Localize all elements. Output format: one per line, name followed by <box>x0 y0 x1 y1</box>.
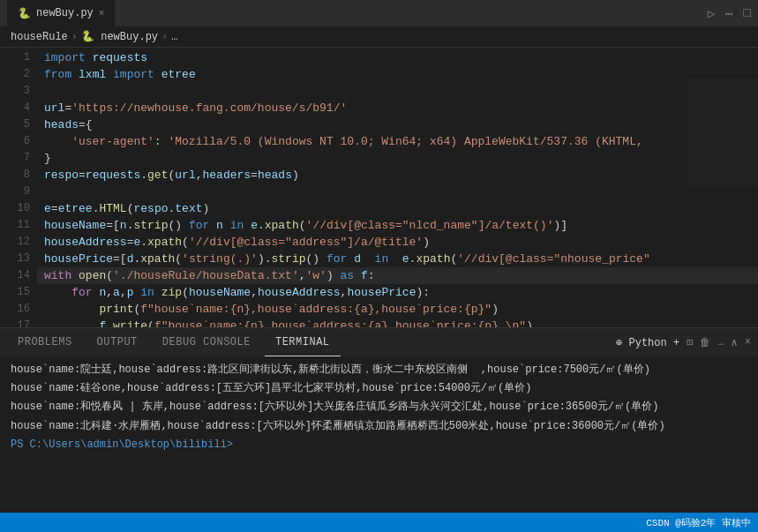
debug-console-tab[interactable]: DEBUG CONSOLE <box>152 328 261 356</box>
code-line: e=etree.HTML(respo.text) <box>37 200 758 217</box>
tab-close-button[interactable]: × <box>99 8 105 19</box>
code-line: respo=requests.get(url,headers=heads) <box>37 167 758 184</box>
maximize-panel-icon[interactable]: ∧ <box>732 336 738 349</box>
more-icon[interactable]: … <box>717 336 724 348</box>
problems-tab[interactable]: PROBLEMS <box>7 328 83 356</box>
run-icon[interactable]: ▷ <box>708 6 715 21</box>
code-line: 'user-agent': 'Mozilla/5.0 (Windows NT 1… <box>37 133 758 150</box>
panel-tab-right-controls: ⊕ Python + ⊡ 🗑 … ∧ × <box>616 336 751 349</box>
code-line <box>37 184 758 200</box>
editor-tab[interactable]: 🐍 newBuy.py × <box>7 0 115 26</box>
code-line: import requests <box>37 49 758 66</box>
terminal-output: house`name:院士廷,house`address:路北区间津街以东,新桥… <box>0 356 758 513</box>
code-line: houseName=[n.strip() for n in e.xpath('/… <box>37 217 758 234</box>
code-line: print(f"house`name:{n},house`address:{a}… <box>37 301 758 318</box>
terminal-prompt-line: PS C:\Users\admin\Desktop\bilibili> <box>11 437 747 453</box>
code-line: url='https://newhouse.fang.com/house/s/b… <box>37 100 758 116</box>
maximize-icon[interactable]: □ <box>744 6 751 20</box>
code-line: housePrice=[d.xpath('string(.)').strip()… <box>37 251 758 267</box>
status-bar: CSDN @码验2年 审核中 <box>0 513 758 532</box>
trash-icon[interactable]: 🗑 <box>700 336 710 349</box>
terminal-line: house`name:硅谷one,house`address:[五至六环]昌平北… <box>11 380 747 397</box>
editor-area: 12345 678910 1112131415 16171819 import … <box>0 48 758 327</box>
code-line: heads={ <box>37 116 758 133</box>
panel-tab-bar: PROBLEMS OUTPUT DEBUG CONSOLE TERMINAL ⊕… <box>0 328 758 356</box>
code-line: f.write(f"house`name:{n},house`address:{… <box>37 318 758 327</box>
close-panel-icon[interactable]: × <box>745 336 751 348</box>
code-line: from lxml import etree <box>37 66 758 83</box>
split-terminal-icon[interactable]: ⊡ <box>687 336 693 349</box>
tab-label: newBuy.py <box>36 7 94 19</box>
tab-icon: 🐍 <box>18 7 31 20</box>
terminal-line: house`name:和悦春风 | 东岸,house`address:[六环以外… <box>11 399 747 416</box>
code-line: houseAddress=e.xpath('//div[@class="addr… <box>37 234 758 251</box>
terminal-line: house`name:北科建·水岸雁栖,house`address:[六环以外]… <box>11 418 747 435</box>
terminal-tab[interactable]: TERMINAL <box>265 328 341 356</box>
code-line: for n,a,p in zip(houseName,houseAddress,… <box>37 284 758 301</box>
language-badge: ⊕ Python + <box>616 336 679 349</box>
title-bar-controls: ▷ ⋯ □ <box>708 6 751 21</box>
output-tab[interactable]: OUTPUT <box>86 328 148 356</box>
breadcrumb-file: 🐍 newBuy.py <box>81 30 158 43</box>
breadcrumb-symbol: … <box>171 31 177 43</box>
breadcrumb-root: houseRule <box>11 31 68 43</box>
title-bar: 🐍 newBuy.py × ▷ ⋯ □ <box>0 0 758 26</box>
code-line: with open('./houseRule/houseData.txt','w… <box>37 267 758 284</box>
line-numbers: 12345 678910 1112131415 16171819 <box>0 48 37 327</box>
split-icon[interactable]: ⋯ <box>725 6 732 21</box>
code-editor[interactable]: import requests from lxml import etree u… <box>37 48 758 327</box>
code-line: } <box>37 150 758 167</box>
minimap <box>687 79 758 185</box>
bottom-panel: PROBLEMS OUTPUT DEBUG CONSOLE TERMINAL ⊕… <box>0 327 758 513</box>
terminal-prompt: PS C:\Users\admin\Desktop\bilibili> <box>11 438 233 451</box>
breadcrumb: houseRule › 🐍 newBuy.py › … <box>0 26 758 48</box>
terminal-line: house`name:院士廷,house`address:路北区间津街以东,新桥… <box>11 362 747 378</box>
code-line <box>37 83 758 100</box>
status-right-text: CSDN @码验2年 审核中 <box>646 516 751 529</box>
